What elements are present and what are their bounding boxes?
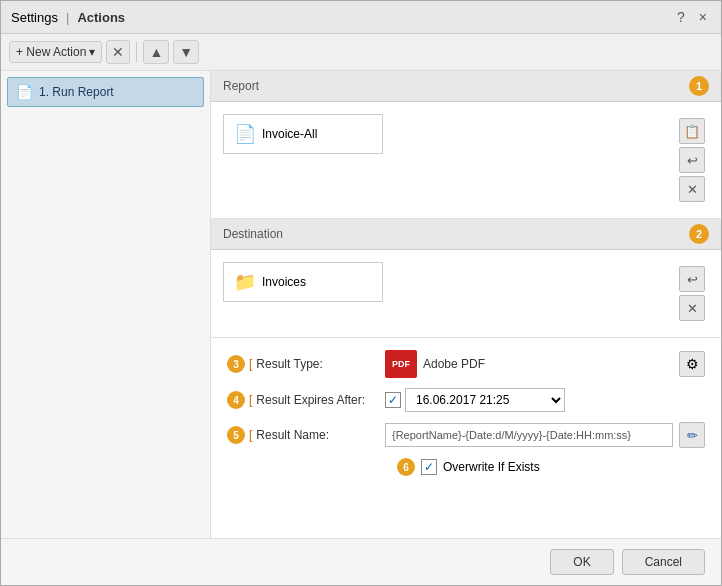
report-content-inner: 📄 Invoice-All <box>223 114 667 206</box>
report-item-label: Invoice-All <box>262 127 317 141</box>
report-clear-button[interactable]: ✕ <box>679 176 705 202</box>
title-bar-right: ? × <box>673 7 711 27</box>
destination-section-title: Destination <box>223 227 283 241</box>
report-section-header: Report 1 <box>211 71 721 102</box>
cancel-button[interactable]: Cancel <box>622 549 705 575</box>
sidebar-item-label: 1. Run Report <box>39 85 114 99</box>
result-name-input[interactable] <box>385 423 673 447</box>
folder-icon: 📁 <box>234 271 256 293</box>
footer: OK Cancel <box>1 538 721 585</box>
report-section: Report 1 📄 Invoice-All 📋 ↩ ✕ <box>211 71 721 219</box>
result-name-label: Result Name: <box>256 428 329 442</box>
destination-content-inner: 📁 Invoices <box>223 262 667 325</box>
title-bar-left: Settings | Actions <box>11 10 125 25</box>
title-actions: Actions <box>77 10 125 25</box>
result-type-label-group: 3 [ Result Type: <box>227 355 377 373</box>
result-name-label-group: 5 [ Result Name: <box>227 426 377 444</box>
report-side-buttons: 📋 ↩ ✕ <box>675 114 709 206</box>
result-expires-value: ✓ 16.06.2017 21:25 <box>385 388 705 412</box>
checkbox-check-icon: ✓ <box>388 393 398 407</box>
overwrite-label: Overwrite If Exists <box>443 460 540 474</box>
overwrite-check-icon: ✓ <box>424 460 434 474</box>
result-name-edit-button[interactable]: ✏ <box>679 422 705 448</box>
sidebar-item-run-report[interactable]: 📄 1. Run Report <box>7 77 204 107</box>
close-button[interactable]: × <box>695 7 711 27</box>
toolbar: + New Action ▾ ✕ ▲ ▼ <box>1 34 721 71</box>
result-type-num: 3 <box>227 355 245 373</box>
destination-section: Destination 2 📁 Invoices ↩ ✕ <box>211 219 721 338</box>
destination-clear-button[interactable]: ✕ <box>679 295 705 321</box>
result-name-value: ✏ <box>385 422 705 448</box>
report-section-badge: 1 <box>689 76 709 96</box>
result-type-label: Result Type: <box>256 357 322 371</box>
delete-action-button[interactable]: ✕ <box>106 40 130 64</box>
result-type-settings-button[interactable]: ⚙ <box>679 351 705 377</box>
new-action-button[interactable]: + New Action ▾ <box>9 41 102 63</box>
run-report-icon: 📄 <box>16 84 33 100</box>
date-container: ✓ 16.06.2017 21:25 <box>385 388 565 412</box>
dialog: Settings | Actions ? × + New Action ▾ ✕ … <box>0 0 722 586</box>
destination-section-header: Destination 2 <box>211 219 721 250</box>
content: 📄 1. Run Report Report 1 📄 Invoice-All <box>1 71 721 538</box>
destination-side-buttons: ↩ ✕ <box>675 262 709 325</box>
overwrite-row: 6 ✓ Overwrite If Exists <box>227 458 705 476</box>
document-icon: 📄 <box>234 123 256 145</box>
destination-item-invoices[interactable]: 📁 Invoices <box>223 262 383 302</box>
move-down-button[interactable]: ▼ <box>173 40 199 64</box>
overwrite-checkbox[interactable]: ✓ <box>421 459 437 475</box>
title-bar: Settings | Actions ? × <box>1 1 721 34</box>
title-separator: | <box>66 10 69 25</box>
destination-item-label: Invoices <box>262 275 306 289</box>
expires-date-select[interactable]: 16.06.2017 21:25 <box>405 388 565 412</box>
report-section-content: 📄 Invoice-All 📋 ↩ ✕ <box>211 102 721 218</box>
report-item-invoice-all[interactable]: 📄 Invoice-All <box>223 114 383 154</box>
result-expires-label: Result Expires After: <box>256 393 365 407</box>
title-settings: Settings <box>11 10 58 25</box>
overwrite-num: 6 <box>397 458 415 476</box>
sidebar: 📄 1. Run Report <box>1 71 211 538</box>
expires-checkbox[interactable]: ✓ <box>385 392 401 408</box>
destination-reset-button[interactable]: ↩ <box>679 266 705 292</box>
result-type-value: PDF Adobe PDF ⚙ <box>385 350 705 378</box>
destination-section-content: 📁 Invoices ↩ ✕ <box>211 250 721 337</box>
result-name-num: 5 <box>227 426 245 444</box>
result-type-row: 3 [ Result Type: PDF Adobe PDF ⚙ <box>227 350 705 378</box>
new-action-label: + New Action <box>16 45 86 59</box>
destination-section-badge: 2 <box>689 224 709 244</box>
move-up-button[interactable]: ▲ <box>143 40 169 64</box>
result-expires-row: 4 [ Result Expires After: ✓ 16.06.2017 2… <box>227 388 705 412</box>
result-expires-num: 4 <box>227 391 245 409</box>
result-expires-label-group: 4 [ Result Expires After: <box>227 391 377 409</box>
report-reset-button[interactable]: ↩ <box>679 147 705 173</box>
result-name-row: 5 [ Result Name: ✏ <box>227 422 705 448</box>
pdf-icon: PDF <box>385 350 417 378</box>
new-action-dropdown-icon: ▾ <box>89 45 95 59</box>
ok-button[interactable]: OK <box>550 549 613 575</box>
report-section-title: Report <box>223 79 259 93</box>
toolbar-divider <box>136 42 137 62</box>
fields-section: 3 [ Result Type: PDF Adobe PDF ⚙ <box>211 338 721 488</box>
main-area: Report 1 📄 Invoice-All 📋 ↩ ✕ <box>211 71 721 538</box>
help-button[interactable]: ? <box>673 7 689 27</box>
result-type-text: Adobe PDF <box>423 357 673 371</box>
report-copy-button[interactable]: 📋 <box>679 118 705 144</box>
